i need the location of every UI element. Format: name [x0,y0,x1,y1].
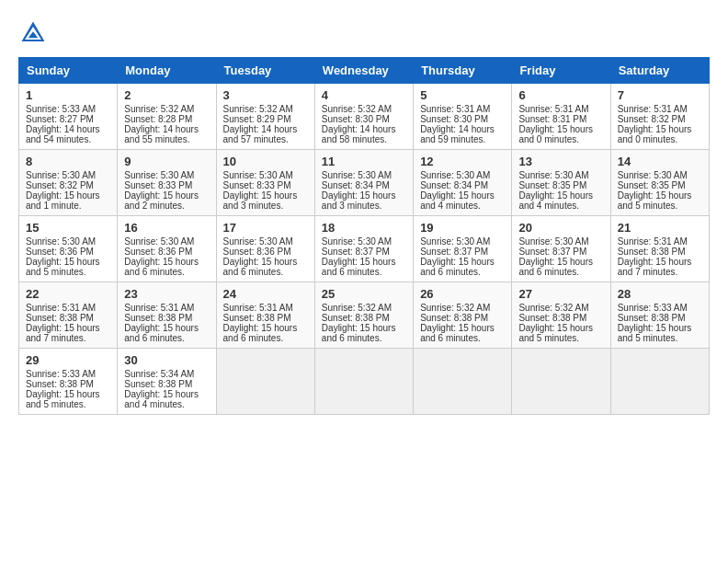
day-number: 7 [618,88,702,102]
day-number: 25 [322,287,406,301]
calendar-day-cell: 11 Sunrise: 5:30 AM Sunset: 8:34 PM Dayl… [314,150,413,216]
sunset-text: Sunset: 8:33 PM [124,180,192,190]
day-header-thursday: Thursday [414,58,512,84]
calendar-day-cell: 22 Sunrise: 5:31 AM Sunset: 8:38 PM Dayl… [19,282,118,349]
empty-cell [314,349,413,415]
sunrise-text: Sunrise: 5:32 AM [124,104,194,114]
sunrise-text: Sunrise: 5:31 AM [223,303,293,313]
day-number: 13 [518,155,603,168]
daylight-text: Daylight: 15 hours and 2 minutes. [124,190,199,211]
sunset-text: Sunset: 8:38 PM [618,247,686,257]
day-header-friday: Friday [512,58,610,84]
sunrise-text: Sunrise: 5:32 AM [420,303,490,313]
sunrise-text: Sunrise: 5:30 AM [518,236,588,247]
calendar-day-cell: 30 Sunrise: 5:34 AM Sunset: 8:38 PM Dayl… [118,349,216,415]
daylight-text: Daylight: 14 hours and 58 minutes. [322,124,396,144]
sunset-text: Sunset: 8:28 PM [124,114,192,124]
sunrise-text: Sunrise: 5:33 AM [618,303,688,313]
day-number: 8 [26,155,110,168]
calendar-day-cell: 7 Sunrise: 5:31 AM Sunset: 8:32 PM Dayli… [610,84,709,150]
calendar-week-row: 29 Sunrise: 5:33 AM Sunset: 8:38 PM Dayl… [19,349,710,415]
daylight-text: Daylight: 14 hours and 55 minutes. [124,124,199,144]
sunrise-text: Sunrise: 5:30 AM [322,236,392,247]
day-number: 11 [322,155,406,168]
sunset-text: Sunset: 8:36 PM [26,247,94,257]
calendar-day-cell: 27 Sunrise: 5:32 AM Sunset: 8:38 PM Dayl… [512,282,610,349]
sunrise-text: Sunrise: 5:31 AM [26,303,96,313]
sunset-text: Sunset: 8:37 PM [420,247,488,257]
calendar-day-cell: 15 Sunrise: 5:30 AM Sunset: 8:36 PM Dayl… [19,216,118,282]
logo-icon [18,18,48,48]
sunrise-text: Sunrise: 5:32 AM [518,303,588,313]
logo [18,18,51,48]
day-number: 28 [618,287,702,301]
sunset-text: Sunset: 8:38 PM [420,313,488,323]
empty-cell [610,349,709,415]
day-number: 20 [518,221,603,235]
sunrise-text: Sunrise: 5:30 AM [223,236,293,247]
daylight-text: Daylight: 15 hours and 0 minutes. [518,124,593,144]
daylight-text: Daylight: 15 hours and 1 minute. [26,190,100,211]
day-number: 17 [223,221,308,235]
sunset-text: Sunset: 8:32 PM [618,114,686,124]
calendar-day-cell: 16 Sunrise: 5:30 AM Sunset: 8:36 PM Dayl… [118,216,216,282]
day-number: 22 [26,287,110,301]
daylight-text: Daylight: 15 hours and 6 minutes. [518,257,593,277]
sunrise-text: Sunrise: 5:30 AM [223,170,293,180]
calendar-day-cell: 1 Sunrise: 5:33 AM Sunset: 8:27 PM Dayli… [19,84,118,150]
calendar-day-cell: 28 Sunrise: 5:33 AM Sunset: 8:38 PM Dayl… [610,282,709,349]
sunset-text: Sunset: 8:30 PM [420,114,488,124]
daylight-text: Daylight: 15 hours and 5 minutes. [518,323,593,343]
day-number: 18 [322,221,406,235]
calendar-day-cell: 25 Sunrise: 5:32 AM Sunset: 8:38 PM Dayl… [314,282,413,349]
sunrise-text: Sunrise: 5:31 AM [124,303,194,313]
sunrise-text: Sunrise: 5:30 AM [420,236,490,247]
sunset-text: Sunset: 8:29 PM [223,114,291,124]
calendar-day-cell: 26 Sunrise: 5:32 AM Sunset: 8:38 PM Dayl… [414,282,512,349]
sunrise-text: Sunrise: 5:30 AM [26,236,96,247]
sunrise-text: Sunrise: 5:34 AM [124,369,194,379]
daylight-text: Daylight: 15 hours and 6 minutes. [420,323,495,343]
day-number: 14 [618,155,702,168]
day-number: 29 [26,353,110,367]
sunset-text: Sunset: 8:38 PM [124,313,192,323]
page-header [18,18,710,48]
sunrise-text: Sunrise: 5:30 AM [618,170,688,180]
day-number: 9 [124,155,209,168]
sunrise-text: Sunrise: 5:30 AM [322,170,392,180]
daylight-text: Daylight: 14 hours and 59 minutes. [420,124,495,144]
sunset-text: Sunset: 8:31 PM [518,114,586,124]
sunset-text: Sunset: 8:34 PM [420,180,488,190]
daylight-text: Daylight: 15 hours and 5 minutes. [26,389,100,409]
sunrise-text: Sunrise: 5:33 AM [26,369,96,379]
daylight-text: Daylight: 15 hours and 7 minutes. [26,323,100,343]
daylight-text: Daylight: 15 hours and 4 minutes. [420,190,495,211]
sunset-text: Sunset: 8:36 PM [124,247,192,257]
sunrise-text: Sunrise: 5:30 AM [518,170,588,180]
day-number: 15 [26,221,110,235]
daylight-text: Daylight: 15 hours and 6 minutes. [223,323,298,343]
calendar-week-row: 22 Sunrise: 5:31 AM Sunset: 8:38 PM Dayl… [19,282,710,349]
daylight-text: Daylight: 15 hours and 6 minutes. [420,257,495,277]
calendar-day-cell: 14 Sunrise: 5:30 AM Sunset: 8:35 PM Dayl… [610,150,709,216]
sunrise-text: Sunrise: 5:33 AM [26,104,96,114]
sunrise-text: Sunrise: 5:31 AM [420,104,490,114]
calendar-day-cell: 12 Sunrise: 5:30 AM Sunset: 8:34 PM Dayl… [414,150,512,216]
day-header-saturday: Saturday [610,58,709,84]
daylight-text: Daylight: 15 hours and 3 minutes. [223,190,298,211]
calendar-day-cell: 17 Sunrise: 5:30 AM Sunset: 8:36 PM Dayl… [216,216,314,282]
calendar-week-row: 1 Sunrise: 5:33 AM Sunset: 8:27 PM Dayli… [19,84,710,150]
daylight-text: Daylight: 15 hours and 6 minutes. [124,257,199,277]
sunset-text: Sunset: 8:38 PM [322,313,390,323]
calendar-day-cell: 21 Sunrise: 5:31 AM Sunset: 8:38 PM Dayl… [610,216,709,282]
daylight-text: Daylight: 15 hours and 6 minutes. [124,323,199,343]
day-number: 24 [223,287,308,301]
sunrise-text: Sunrise: 5:30 AM [26,170,96,180]
day-number: 5 [420,88,505,102]
sunrise-text: Sunrise: 5:30 AM [124,170,194,180]
daylight-text: Daylight: 15 hours and 5 minutes. [618,190,692,211]
sunrise-text: Sunrise: 5:30 AM [420,170,490,180]
calendar-day-cell: 23 Sunrise: 5:31 AM Sunset: 8:38 PM Dayl… [118,282,216,349]
day-number: 19 [420,221,505,235]
day-number: 23 [124,287,209,301]
